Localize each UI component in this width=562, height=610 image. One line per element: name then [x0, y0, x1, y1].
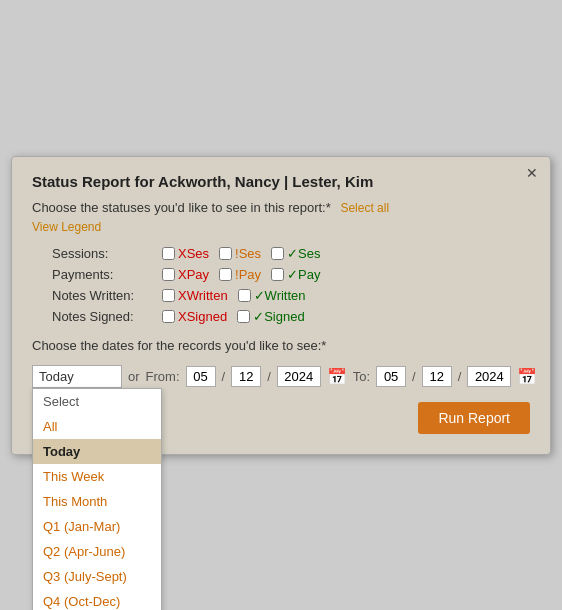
menu-item-q1[interactable]: Q1 (Jan-Mar)	[33, 514, 161, 539]
sessions-checkboxes: XSes !Ses ✓Ses	[162, 246, 321, 261]
payments-checkpay-checkbox[interactable]	[271, 268, 284, 281]
notes-written-check-label: ✓Written	[254, 288, 306, 303]
notes-signed-row: Notes Signed: XSigned ✓Signed	[52, 309, 530, 324]
payments-xpay-item: XPay	[162, 267, 209, 282]
notes-signed-x-item: XSigned	[162, 309, 227, 324]
sessions-xses-checkbox[interactable]	[162, 247, 175, 260]
payments-xpay-label: XPay	[178, 267, 209, 282]
close-button[interactable]: ✕	[526, 165, 538, 181]
status-table: Sessions: XSes !Ses ✓Ses Payments:	[52, 246, 530, 324]
to-month-input[interactable]	[376, 366, 406, 387]
sessions-ises-checkbox[interactable]	[219, 247, 232, 260]
payments-checkpay-label: ✓Pay	[287, 267, 320, 282]
notes-signed-check-item: ✓Signed	[237, 309, 304, 324]
dialog: ✕ Status Report for Ackworth, Nancy | Le…	[11, 156, 551, 455]
view-legend-link[interactable]: View Legend	[32, 220, 101, 234]
sessions-xses-label: XSes	[178, 246, 209, 261]
sessions-checkses-label: ✓Ses	[287, 246, 320, 261]
notes-written-label: Notes Written:	[52, 288, 162, 303]
sessions-row: Sessions: XSes !Ses ✓Ses	[52, 246, 530, 261]
menu-item-all[interactable]: All	[33, 414, 161, 439]
menu-item-q4[interactable]: Q4 (Oct-Dec)	[33, 589, 161, 611]
notes-written-check-checkbox[interactable]	[238, 289, 251, 302]
menu-item-this-week[interactable]: This Week	[33, 464, 161, 489]
payments-xpay-checkbox[interactable]	[162, 268, 175, 281]
notes-signed-x-label: XSigned	[178, 309, 227, 324]
from-day-input[interactable]	[231, 366, 261, 387]
sessions-ises-label: !Ses	[235, 246, 261, 261]
payments-label: Payments:	[52, 267, 162, 282]
notes-written-checkboxes: XWritten ✓Written	[162, 288, 306, 303]
sessions-ises-item: !Ses	[219, 246, 261, 261]
date-range-dropdown[interactable]: Today	[32, 365, 122, 388]
or-label: or	[128, 369, 140, 384]
to-sep2: /	[458, 369, 462, 384]
from-month-input[interactable]	[186, 366, 216, 387]
sessions-xses-item: XSes	[162, 246, 209, 261]
to-sep1: /	[412, 369, 416, 384]
payments-ipay-item: !Pay	[219, 267, 261, 282]
to-day-input[interactable]	[422, 366, 452, 387]
date-range-dropdown-container: Today Select All Today This Week This Mo…	[32, 365, 122, 388]
notes-written-x-checkbox[interactable]	[162, 289, 175, 302]
notes-written-row: Notes Written: XWritten ✓Written	[52, 288, 530, 303]
dialog-title: Status Report for Ackworth, Nancy | Lest…	[32, 173, 530, 190]
payments-ipay-label: !Pay	[235, 267, 261, 282]
menu-item-today[interactable]: Today	[33, 439, 161, 464]
notes-signed-label: Notes Signed:	[52, 309, 162, 324]
date-range-menu: Select All Today This Week This Month Q1…	[32, 388, 162, 611]
to-label: To:	[353, 369, 370, 384]
notes-signed-check-label: ✓Signed	[253, 309, 304, 324]
menu-item-select[interactable]: Select	[33, 389, 161, 414]
run-report-button[interactable]: Run Report	[418, 402, 530, 434]
from-calendar-icon[interactable]: 📅	[327, 367, 347, 386]
choose-dates-label: Choose the dates for the records you'd l…	[32, 338, 530, 353]
from-label: From:	[146, 369, 180, 384]
menu-item-q3[interactable]: Q3 (July-Sept)	[33, 564, 161, 589]
from-sep2: /	[267, 369, 271, 384]
to-year-input[interactable]	[467, 366, 511, 387]
notes-written-check-item: ✓Written	[238, 288, 306, 303]
sessions-label: Sessions:	[52, 246, 162, 261]
notes-signed-checkboxes: XSigned ✓Signed	[162, 309, 305, 324]
payments-checkpay-item: ✓Pay	[271, 267, 320, 282]
to-calendar-icon[interactable]: 📅	[517, 367, 537, 386]
choose-statuses-label: Choose the statuses you'd like to see in…	[32, 200, 331, 215]
notes-signed-check-checkbox[interactable]	[237, 310, 250, 323]
select-all-link[interactable]: Select all	[340, 201, 389, 215]
sessions-checkses-checkbox[interactable]	[271, 247, 284, 260]
payments-ipay-checkbox[interactable]	[219, 268, 232, 281]
notes-written-x-item: XWritten	[162, 288, 228, 303]
menu-item-this-month[interactable]: This Month	[33, 489, 161, 514]
date-row: Today Select All Today This Week This Mo…	[32, 365, 530, 388]
payments-checkboxes: XPay !Pay ✓Pay	[162, 267, 321, 282]
from-year-input[interactable]	[277, 366, 321, 387]
notes-signed-x-checkbox[interactable]	[162, 310, 175, 323]
notes-written-x-label: XWritten	[178, 288, 228, 303]
from-sep1: /	[222, 369, 226, 384]
menu-item-q2[interactable]: Q2 (Apr-June)	[33, 539, 161, 564]
payments-row: Payments: XPay !Pay ✓Pay	[52, 267, 530, 282]
sessions-checkses-item: ✓Ses	[271, 246, 320, 261]
